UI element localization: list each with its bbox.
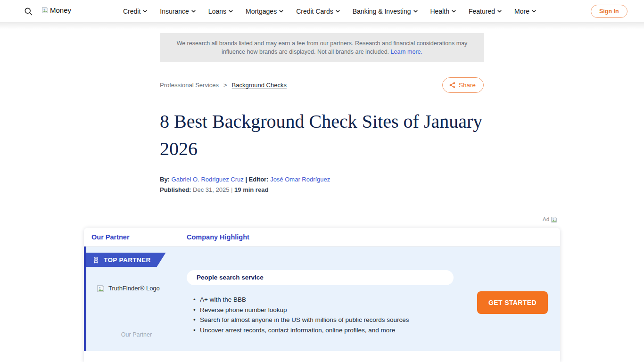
chevron-down-icon — [532, 10, 536, 13]
nav-item-more[interactable]: More — [514, 8, 536, 15]
disclosure-text: We research all brands listed and may ea… — [177, 40, 468, 55]
chevron-down-icon — [143, 10, 147, 13]
chevron-down-icon — [497, 10, 502, 13]
nav-item-credit-cards[interactable]: Credit Cards — [296, 8, 340, 15]
search-icon[interactable] — [24, 6, 34, 16]
nav-item-insurance[interactable]: Insurance — [160, 8, 195, 15]
author-link[interactable]: Gabriel O. Rodriguez Cruz — [172, 176, 244, 183]
partner-table: Our Partner Company Highlight TOP PARTNE… — [84, 228, 560, 362]
chevron-down-icon — [413, 10, 418, 13]
nav-item-banking-investing[interactable]: Banking & Investing — [353, 8, 418, 15]
highlight-bullet-list: A+ with the BBB Reverse phone number loo… — [193, 295, 409, 335]
nav-item-credit[interactable]: Credit — [123, 8, 147, 15]
highlight-bullet: Uncover arrest records, contact informat… — [193, 325, 409, 336]
chevron-down-icon — [191, 10, 196, 13]
breadcrumb-parent[interactable]: Professional Services — [160, 82, 219, 89]
learn-more-link[interactable]: Learn more. — [391, 49, 422, 55]
byline: By: Gabriel O. Rodriguez Cruz | Editor: … — [160, 176, 330, 183]
company-highlight-cell: People search service A+ with the BBB Re… — [187, 247, 560, 351]
next-table-row-partial — [84, 351, 560, 362]
share-button[interactable]: Share — [442, 77, 484, 93]
highlight-pill: People search service — [187, 270, 454, 285]
top-navbar: Money Credit Insurance Loans Mortgages C… — [0, 0, 644, 23]
chevron-down-icon — [279, 10, 283, 13]
read-time: 19 min read — [234, 186, 268, 193]
ad-label: Ad — [543, 216, 549, 222]
published-date: Dec 31, 2025 — [193, 186, 229, 193]
advertiser-disclosure: We research all brands listed and may ea… — [160, 33, 484, 62]
editor-link[interactable]: José Omar Rodríguez — [270, 176, 330, 183]
column-header-company-highlight: Company Highlight — [187, 233, 249, 241]
ad-slot: Ad — [543, 216, 557, 223]
highlight-bullet: Search for almost anyone in the US with … — [193, 315, 409, 325]
nav-item-loans[interactable]: Loans — [208, 8, 233, 15]
truthfinder-logo[interactable]: TruthFinder® Logo — [97, 285, 160, 293]
sign-in-button[interactable]: Sign In — [591, 5, 627, 18]
site-logo-alt-text: Money — [50, 6, 71, 14]
page: Money Credit Insurance Loans Mortgages C… — [0, 0, 644, 362]
chevron-down-icon — [229, 10, 233, 13]
published-label: Published: — [160, 186, 191, 193]
our-partner-caption: Our Partner — [86, 331, 187, 338]
breadcrumb-row: Professional Services > Background Check… — [160, 77, 484, 93]
by-label: By: — [160, 176, 170, 183]
chevron-down-icon — [452, 10, 456, 13]
editor-label: | Editor: — [245, 176, 268, 183]
breadcrumb-current[interactable]: Background Checks — [232, 82, 287, 89]
site-logo[interactable]: Money — [41, 6, 71, 14]
truthfinder-logo-alt-text: TruthFinder® Logo — [108, 285, 160, 292]
column-header-our-partner: Our Partner — [91, 233, 187, 241]
highlight-bullet: Reverse phone number lookup — [193, 305, 409, 315]
main-nav: Credit Insurance Loans Mortgages Credit … — [123, 0, 536, 23]
breadcrumb: Professional Services > Background Check… — [160, 82, 287, 89]
nav-item-featured[interactable]: Featured — [469, 8, 502, 15]
chevron-down-icon — [336, 10, 340, 13]
nav-item-mortgages[interactable]: Mortgages — [246, 8, 283, 15]
published-line: Published: Dec 31, 2025 | 19 min read — [160, 186, 268, 193]
partner-logo-cell: TruthFinder® Logo Our Partner — [86, 247, 187, 351]
get-started-button[interactable]: GET STARTED — [477, 291, 548, 314]
page-title: 8 Best Background Check Sites of January… — [160, 108, 486, 163]
broken-image-icon — [41, 7, 49, 14]
share-icon — [449, 82, 456, 89]
highlight-bullet: A+ with the BBB — [193, 295, 409, 305]
top-partner-row: TOP PARTNER TruthFinder® Logo Our Partne… — [84, 247, 560, 351]
broken-image-icon — [97, 285, 105, 293]
nav-item-health[interactable]: Health — [430, 8, 456, 15]
broken-image-icon — [551, 216, 557, 223]
breadcrumb-separator: > — [223, 82, 227, 89]
partner-table-header: Our Partner Company Highlight — [84, 228, 560, 247]
